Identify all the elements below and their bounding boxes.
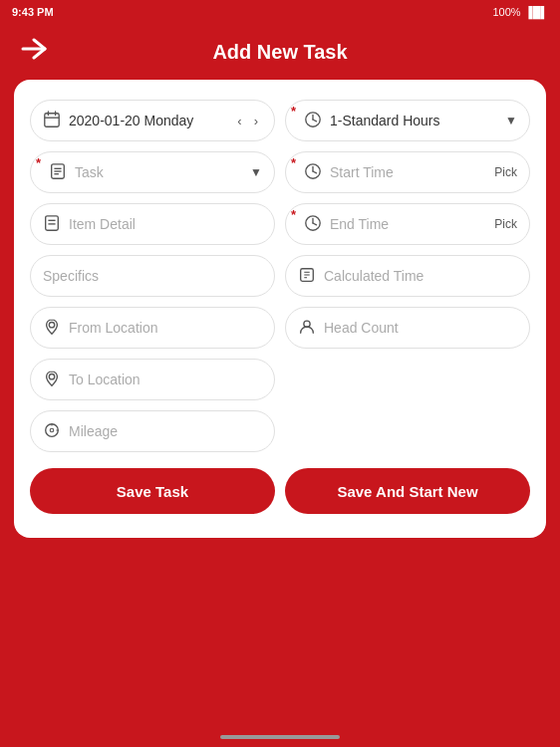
svg-rect-15 bbox=[46, 215, 59, 229]
status-bar: 9:43 PM 100% ▐█▌ bbox=[0, 0, 560, 24]
to-location-icon bbox=[43, 370, 61, 390]
svg-line-14 bbox=[313, 171, 317, 173]
svg-line-20 bbox=[313, 223, 317, 225]
end-time-field[interactable]: * End Time Pick bbox=[285, 203, 530, 245]
back-button[interactable] bbox=[16, 34, 52, 70]
date-field[interactable]: 2020-01-20 Monday ‹ › bbox=[30, 100, 275, 141]
task-required-star: * bbox=[36, 155, 41, 170]
end-time-icon bbox=[304, 214, 322, 235]
task-dropdown-arrow: ▼ bbox=[250, 165, 262, 179]
to-location-placeholder: To Location bbox=[69, 372, 262, 387]
calculated-time-placeholder: Calculated Time bbox=[324, 268, 517, 284]
hours-value: 1-Standard Hours bbox=[330, 113, 497, 128]
row-date-hours: 2020-01-20 Monday ‹ › * 1-Standard Hours bbox=[30, 100, 530, 141]
date-value: 2020-01-20 Monday bbox=[69, 113, 225, 128]
task-field[interactable]: * Task ▼ bbox=[30, 151, 275, 193]
svg-point-27 bbox=[49, 374, 54, 378]
from-location-field[interactable]: From Location bbox=[30, 307, 275, 349]
save-task-button[interactable]: Save Task bbox=[30, 468, 275, 514]
svg-point-25 bbox=[49, 322, 54, 327]
start-time-required-star: * bbox=[291, 155, 296, 170]
row-tolocation: To Location bbox=[30, 359, 530, 400]
hours-required-star: * bbox=[291, 104, 296, 119]
start-time-icon bbox=[304, 162, 322, 183]
task-placeholder: Task bbox=[75, 164, 242, 180]
start-time-placeholder: Start Time bbox=[330, 164, 486, 180]
item-detail-placeholder: Item Detail bbox=[69, 216, 262, 232]
button-row: Save Task Save And Start New bbox=[30, 468, 530, 514]
calendar-icon bbox=[43, 111, 61, 131]
item-detail-field[interactable]: Item Detail bbox=[30, 203, 275, 245]
mileage-icon bbox=[43, 421, 61, 442]
hours-dropdown-field[interactable]: * 1-Standard Hours ▼ bbox=[285, 100, 530, 141]
specifics-placeholder: Specifics bbox=[43, 268, 262, 284]
status-icons: 100% ▐█▌ bbox=[492, 6, 548, 18]
end-time-pick-button[interactable]: Pick bbox=[494, 217, 517, 231]
to-location-field[interactable]: To Location bbox=[30, 359, 275, 400]
svg-point-29 bbox=[50, 428, 54, 432]
calc-time-icon bbox=[298, 266, 316, 287]
head-count-field[interactable]: Head Count bbox=[285, 307, 530, 349]
row-itemdetail-endtime: Item Detail * End Time Pick bbox=[30, 203, 530, 245]
date-nav: ‹ › bbox=[233, 112, 262, 130]
main-card: 2020-01-20 Monday ‹ › * 1-Standard Hours bbox=[14, 80, 546, 538]
status-time: 9:43 PM bbox=[12, 6, 54, 18]
date-next-button[interactable]: › bbox=[250, 112, 262, 130]
back-arrow-icon bbox=[20, 38, 48, 66]
mileage-placeholder: Mileage bbox=[69, 423, 262, 439]
task-icon bbox=[49, 162, 67, 183]
head-count-placeholder: Head Count bbox=[324, 320, 517, 336]
battery-bar: ▐█▌ bbox=[525, 6, 548, 18]
mileage-field[interactable]: Mileage bbox=[30, 410, 275, 452]
row-task-starttime: * Task ▼ * bbox=[30, 151, 530, 193]
home-indicator bbox=[220, 735, 340, 739]
page-title: Add New Task bbox=[212, 41, 347, 64]
header: Add New Task bbox=[0, 24, 560, 80]
from-location-placeholder: From Location bbox=[69, 320, 262, 336]
svg-point-28 bbox=[46, 423, 59, 436]
date-prev-button[interactable]: ‹ bbox=[233, 112, 245, 130]
clock-icon bbox=[304, 111, 322, 131]
start-time-pick-button[interactable]: Pick bbox=[494, 165, 517, 179]
start-time-field[interactable]: * Start Time Pick bbox=[285, 151, 530, 193]
battery-icon: 100% bbox=[492, 6, 520, 18]
item-detail-icon bbox=[43, 214, 61, 235]
hours-dropdown-arrow: ▼ bbox=[505, 114, 517, 127]
row-fromloc-headcount: From Location Head Count bbox=[30, 307, 530, 349]
svg-line-7 bbox=[313, 120, 317, 122]
specifics-field[interactable]: Specifics bbox=[30, 255, 275, 297]
end-time-required-star: * bbox=[291, 207, 296, 222]
row-mileage: Mileage bbox=[30, 410, 530, 452]
end-time-placeholder: End Time bbox=[330, 216, 486, 232]
svg-rect-1 bbox=[45, 113, 59, 126]
head-count-icon bbox=[298, 318, 316, 339]
row-specifics-calctime: Specifics Calculated Time bbox=[30, 255, 530, 297]
save-and-start-new-button[interactable]: Save And Start New bbox=[285, 468, 530, 514]
from-location-icon bbox=[43, 318, 61, 339]
calculated-time-field: Calculated Time bbox=[285, 255, 530, 297]
